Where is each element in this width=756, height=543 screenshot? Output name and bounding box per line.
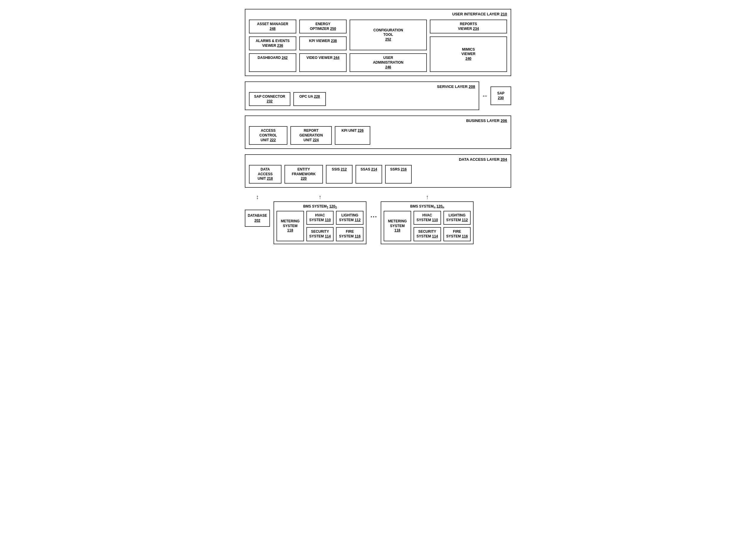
sap-connector-box: SAP CONNECTOR232 (249, 92, 290, 106)
ssas-box: SSAS 214 (356, 165, 382, 184)
kpi-viewer-box: KPI VIEWER 238 (299, 36, 347, 50)
bmsn-lighting: LIGHTINGSYSTEM 112 (443, 211, 471, 225)
ui-grid: ASSET MANAGER248 ENERGYOPTIMIZER 250 CON… (249, 20, 507, 72)
bms1-arrow: ↑ (319, 193, 321, 201)
asset-manager-box: ASSET MANAGER248 (249, 20, 296, 33)
bmsn-col: ↑ BMS SYSTEMn 120n HVACSYSTEM 110 LIGHTI… (381, 193, 474, 244)
bmsn-group: BMS SYSTEMn 120n HVACSYSTEM 110 LIGHTING… (381, 201, 474, 244)
bms1-inner-grid: HVACSYSTEM 110 LIGHTINGSYSTEM 112 METERI… (276, 211, 363, 241)
ui-layer-label: USER INTERFACE LAYER 210 (452, 12, 507, 16)
bms1-label: BMS SYSTEM1 1201 (276, 204, 363, 209)
data-access-unit-box: DATAACCESSUNIT 218 (249, 165, 282, 184)
architecture-diagram: USER INTERFACE LAYER 210 ASSET MANAGER24… (245, 9, 511, 244)
bmsn-hvac: HVACSYSTEM 110 (414, 211, 441, 225)
configuration-tool-box: CONFIGURATIONTOOL 252 (350, 20, 427, 50)
bms1-fire: FIRESYSTEM 116 (336, 227, 363, 241)
energy-optimizer-box: ENERGYOPTIMIZER 250 (299, 20, 347, 33)
dashboard-box: DASHBOARD 242 (249, 53, 296, 72)
sap-external-box: SAP230 (490, 86, 511, 105)
dal-layer-label: DATA ACCESS LAYER 204 (459, 157, 507, 162)
report-generation-box: REPORTGENERATIONUNIT 224 (290, 126, 332, 145)
ellipsis: … (370, 193, 377, 219)
bmsn-arrow: ↑ (426, 193, 429, 201)
bms1-group: BMS SYSTEM1 1201 HVACSYSTEM 110 LIGHTING… (274, 201, 366, 244)
business-layer-label: BUSINESS LAYER 206 (466, 118, 507, 123)
dal-layer-box: DATA ACCESS LAYER 204 DATAACCESSUNIT 218… (245, 154, 511, 188)
ssrs-box: SSRS 216 (385, 165, 412, 184)
service-layer-wrapper: SERVICE LAYER 208 SAP CONNECTOR232 OPC U… (245, 81, 511, 110)
business-layer-box: BUSINESS LAYER 206 ACCESSCONTROLUNIT 222… (245, 115, 511, 149)
access-control-box: ACCESSCONTROLUNIT 222 (249, 126, 287, 145)
ssis-box: SSIS 212 (326, 165, 353, 184)
bmsn-metering: METERINGSYSTEM 118 (384, 211, 411, 241)
ui-layer-num: 210 (501, 12, 507, 16)
ui-layer-box: USER INTERFACE LAYER 210 ASSET MANAGER24… (245, 9, 511, 76)
bms1-security: SECURITYSYSTEM 114 (306, 227, 334, 241)
service-layer-label: SERVICE LAYER 208 (437, 84, 475, 89)
entity-framework-box: ENTITYFRAMEWORK220 (284, 165, 323, 184)
bms1-lighting: LIGHTINGSYSTEM 112 (336, 211, 363, 225)
bmsn-security: SECURITYSYSTEM 114 (414, 227, 441, 241)
db-arrow: ↕ (256, 193, 259, 201)
bms1-col: ↑ BMS SYSTEM1 1201 HVACSYSTEM 110 LIGHTI… (274, 193, 366, 244)
bmsn-fire: FIRESYSTEM 116 (443, 227, 471, 241)
user-admin-box: USERADMINISTRATION246 (350, 53, 427, 72)
database-box: DATABASE202 (245, 210, 270, 227)
bms1-metering: METERINGSYSTEM 118 (276, 211, 304, 241)
mimics-viewer-box: MIMICSVIEWER 240 (430, 36, 507, 72)
bmsn-inner-grid: HVACSYSTEM 110 LIGHTINGSYSTEM 112 METERI… (384, 211, 471, 241)
service-layer-box: SERVICE LAYER 208 SAP CONNECTOR232 OPC U… (245, 81, 479, 110)
database-col: ↕ DATABASE202 (245, 193, 270, 227)
video-viewer-box: VIDEO VIEWER 244 (299, 53, 347, 72)
bmsn-label: BMS SYSTEMn 120n (384, 204, 471, 209)
reports-viewer-box: REPORTSVIEWER 234 (430, 20, 507, 33)
bms1-hvac: HVACSYSTEM 110 (306, 211, 334, 225)
opc-ua-box: OPC UA 228 (293, 92, 326, 106)
sap-external-area: ↔ SAP230 (482, 81, 511, 110)
bidirectional-arrow: ↔ (482, 92, 488, 100)
alarms-events-box: ALARMS & EVENTSVIEWER 236 (249, 36, 296, 50)
kpi-unit-box: KPI UNIT 226 (335, 126, 370, 145)
bottom-section: ↕ DATABASE202 ↑ BMS SYSTEM1 1201 HVACSYS… (245, 193, 511, 244)
